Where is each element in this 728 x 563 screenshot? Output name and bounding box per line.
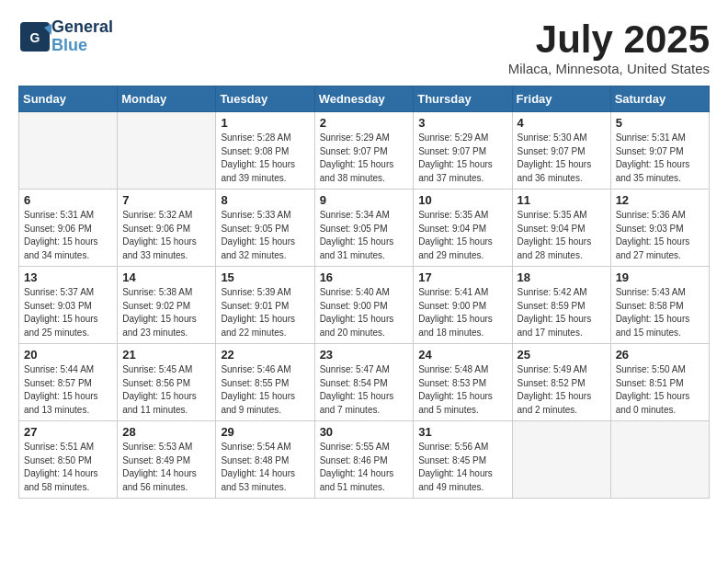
calendar-cell <box>512 421 610 499</box>
calendar-cell: 5Sunrise: 5:31 AM Sunset: 9:07 PM Daylig… <box>610 112 709 190</box>
day-number: 5 <box>616 116 704 130</box>
day-number: 2 <box>320 116 409 130</box>
calendar-cell: 14Sunrise: 5:38 AM Sunset: 9:02 PM Dayli… <box>118 267 216 344</box>
day-detail: Sunrise: 5:40 AM Sunset: 9:00 PM Dayligh… <box>320 286 409 339</box>
day-number: 21 <box>122 348 210 362</box>
day-detail: Sunrise: 5:39 AM Sunset: 9:01 PM Dayligh… <box>221 286 309 339</box>
day-detail: Sunrise: 5:48 AM Sunset: 8:53 PM Dayligh… <box>418 363 506 417</box>
day-detail: Sunrise: 5:47 AM Sunset: 8:54 PM Dayligh… <box>320 363 409 417</box>
day-number: 20 <box>24 348 112 362</box>
day-detail: Sunrise: 5:43 AM Sunset: 8:58 PM Dayligh… <box>616 286 704 339</box>
weekday-header-saturday: Saturday <box>610 86 709 112</box>
month-title: July 2025 <box>508 18 710 61</box>
day-number: 29 <box>221 425 309 439</box>
calendar-cell: 15Sunrise: 5:39 AM Sunset: 9:01 PM Dayli… <box>216 267 314 344</box>
day-detail: Sunrise: 5:56 AM Sunset: 8:45 PM Dayligh… <box>418 441 506 494</box>
weekday-header-wednesday: Wednesday <box>314 86 414 112</box>
day-number: 15 <box>221 270 309 284</box>
calendar-cell: 4Sunrise: 5:30 AM Sunset: 9:07 PM Daylig… <box>512 112 610 190</box>
day-detail: Sunrise: 5:35 AM Sunset: 9:04 PM Dayligh… <box>418 209 506 262</box>
day-detail: Sunrise: 5:32 AM Sunset: 9:06 PM Dayligh… <box>122 209 210 262</box>
day-detail: Sunrise: 5:51 AM Sunset: 8:50 PM Dayligh… <box>24 441 112 494</box>
calendar-cell: 31Sunrise: 5:56 AM Sunset: 8:45 PM Dayli… <box>414 421 512 499</box>
day-detail: Sunrise: 5:35 AM Sunset: 9:04 PM Dayligh… <box>518 209 606 262</box>
day-number: 10 <box>418 193 506 207</box>
day-number: 24 <box>418 348 506 362</box>
day-detail: Sunrise: 5:28 AM Sunset: 9:08 PM Dayligh… <box>221 132 309 185</box>
day-number: 11 <box>518 193 606 207</box>
weekday-header-sunday: Sunday <box>19 86 118 112</box>
calendar-cell: 3Sunrise: 5:29 AM Sunset: 9:07 PM Daylig… <box>414 112 512 190</box>
day-detail: Sunrise: 5:29 AM Sunset: 9:07 PM Dayligh… <box>418 132 506 185</box>
day-detail: Sunrise: 5:42 AM Sunset: 8:59 PM Dayligh… <box>518 286 606 339</box>
day-number: 30 <box>320 425 409 439</box>
svg-text:G: G <box>30 30 40 45</box>
calendar-cell: 10Sunrise: 5:35 AM Sunset: 9:04 PM Dayli… <box>414 190 512 267</box>
calendar-table: SundayMondayTuesdayWednesdayThursdayFrid… <box>18 86 710 499</box>
calendar-cell: 7Sunrise: 5:32 AM Sunset: 9:06 PM Daylig… <box>118 190 216 267</box>
weekday-header-friday: Friday <box>512 86 610 112</box>
day-number: 12 <box>616 193 704 207</box>
title-block: July 2025 Milaca, Minnesota, United Stat… <box>508 18 710 76</box>
day-number: 3 <box>418 116 506 130</box>
calendar-cell: 26Sunrise: 5:50 AM Sunset: 8:51 PM Dayli… <box>610 344 709 421</box>
calendar-cell: 21Sunrise: 5:45 AM Sunset: 8:56 PM Dayli… <box>118 344 216 421</box>
location: Milaca, Minnesota, United States <box>508 61 710 76</box>
day-number: 1 <box>221 116 309 130</box>
calendar-cell: 12Sunrise: 5:36 AM Sunset: 9:03 PM Dayli… <box>610 190 709 267</box>
day-number: 22 <box>221 348 309 362</box>
day-detail: Sunrise: 5:54 AM Sunset: 8:48 PM Dayligh… <box>221 441 309 494</box>
calendar-week-1: 1Sunrise: 5:28 AM Sunset: 9:08 PM Daylig… <box>19 112 710 190</box>
calendar-cell: 8Sunrise: 5:33 AM Sunset: 9:05 PM Daylig… <box>216 190 314 267</box>
day-number: 26 <box>616 348 704 362</box>
calendar-cell: 19Sunrise: 5:43 AM Sunset: 8:58 PM Dayli… <box>610 267 709 344</box>
page-header: G General Blue July 2025 Milaca, Minneso… <box>18 18 710 76</box>
day-number: 18 <box>518 270 606 284</box>
day-detail: Sunrise: 5:53 AM Sunset: 8:49 PM Dayligh… <box>122 441 210 494</box>
day-number: 14 <box>122 270 210 284</box>
logo-icon: G <box>18 20 51 53</box>
calendar-week-3: 13Sunrise: 5:37 AM Sunset: 9:03 PM Dayli… <box>19 267 710 344</box>
weekday-header-tuesday: Tuesday <box>216 86 314 112</box>
day-detail: Sunrise: 5:33 AM Sunset: 9:05 PM Dayligh… <box>221 209 309 262</box>
calendar-cell: 25Sunrise: 5:49 AM Sunset: 8:52 PM Dayli… <box>512 344 610 421</box>
day-number: 6 <box>24 193 112 207</box>
day-detail: Sunrise: 5:31 AM Sunset: 9:06 PM Dayligh… <box>24 209 112 262</box>
day-detail: Sunrise: 5:55 AM Sunset: 8:46 PM Dayligh… <box>320 441 409 494</box>
day-detail: Sunrise: 5:34 AM Sunset: 9:05 PM Dayligh… <box>320 209 409 262</box>
day-detail: Sunrise: 5:50 AM Sunset: 8:51 PM Dayligh… <box>616 363 704 417</box>
day-detail: Sunrise: 5:30 AM Sunset: 9:07 PM Dayligh… <box>518 132 606 185</box>
calendar-cell: 24Sunrise: 5:48 AM Sunset: 8:53 PM Dayli… <box>414 344 512 421</box>
day-number: 8 <box>221 193 309 207</box>
day-detail: Sunrise: 5:44 AM Sunset: 8:57 PM Dayligh… <box>24 363 112 417</box>
calendar-cell: 17Sunrise: 5:41 AM Sunset: 9:00 PM Dayli… <box>414 267 512 344</box>
calendar-cell <box>19 112 118 190</box>
day-number: 28 <box>122 425 210 439</box>
day-number: 13 <box>24 270 112 284</box>
day-detail: Sunrise: 5:38 AM Sunset: 9:02 PM Dayligh… <box>122 286 210 339</box>
day-number: 19 <box>616 270 704 284</box>
calendar-cell: 23Sunrise: 5:47 AM Sunset: 8:54 PM Dayli… <box>314 344 414 421</box>
day-number: 23 <box>320 348 409 362</box>
logo-general: General <box>51 17 113 36</box>
day-number: 31 <box>418 425 506 439</box>
calendar-week-2: 6Sunrise: 5:31 AM Sunset: 9:06 PM Daylig… <box>19 190 710 267</box>
weekday-header-monday: Monday <box>118 86 216 112</box>
day-number: 4 <box>518 116 606 130</box>
calendar-cell <box>118 112 216 190</box>
day-number: 7 <box>122 193 210 207</box>
day-detail: Sunrise: 5:36 AM Sunset: 9:03 PM Dayligh… <box>616 209 704 262</box>
calendar-cell: 16Sunrise: 5:40 AM Sunset: 9:00 PM Dayli… <box>314 267 414 344</box>
calendar-week-5: 27Sunrise: 5:51 AM Sunset: 8:50 PM Dayli… <box>19 421 710 499</box>
calendar-cell: 9Sunrise: 5:34 AM Sunset: 9:05 PM Daylig… <box>314 190 414 267</box>
calendar-cell: 11Sunrise: 5:35 AM Sunset: 9:04 PM Dayli… <box>512 190 610 267</box>
day-number: 16 <box>320 270 409 284</box>
calendar-cell: 29Sunrise: 5:54 AM Sunset: 8:48 PM Dayli… <box>216 421 314 499</box>
calendar-cell: 22Sunrise: 5:46 AM Sunset: 8:55 PM Dayli… <box>216 344 314 421</box>
day-number: 25 <box>518 348 606 362</box>
weekday-header-thursday: Thursday <box>414 86 512 112</box>
calendar-cell <box>610 421 709 499</box>
calendar-cell: 1Sunrise: 5:28 AM Sunset: 9:08 PM Daylig… <box>216 112 314 190</box>
calendar-cell: 20Sunrise: 5:44 AM Sunset: 8:57 PM Dayli… <box>19 344 118 421</box>
calendar-cell: 13Sunrise: 5:37 AM Sunset: 9:03 PM Dayli… <box>19 267 118 344</box>
